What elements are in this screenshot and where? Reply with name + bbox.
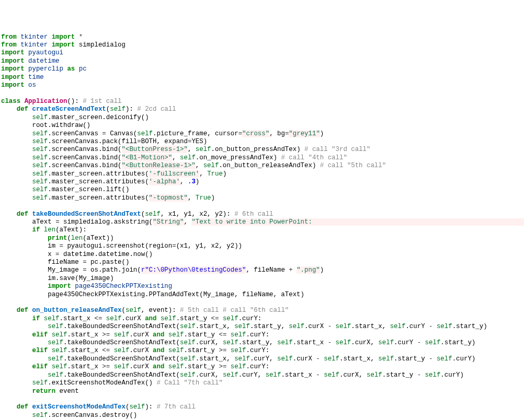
t: self [180, 323, 196, 330]
t: .curX, [196, 339, 223, 346]
t: "String" [153, 218, 184, 226]
t [432, 323, 436, 330]
t: .curX, [196, 371, 223, 379]
t: BOTH, expand [141, 138, 188, 145]
t: page4350CheckPPTXexisting [75, 283, 172, 290]
t: , bg [269, 130, 285, 137]
t: YES) [191, 138, 207, 145]
t: self [114, 347, 130, 354]
t: .start_y [394, 355, 429, 363]
t: if [32, 315, 40, 322]
t: import [48, 283, 71, 290]
t: My_image [48, 266, 83, 274]
t: import [52, 33, 75, 41]
t: , [184, 218, 192, 226]
t [226, 331, 230, 339]
t: len [44, 226, 55, 234]
t: .3 [188, 178, 196, 185]
t: .start_x, [196, 323, 234, 330]
t: , x1, y1, x2, y2): [161, 211, 231, 218]
t: os.path.join( [87, 266, 141, 274]
t: self [32, 178, 48, 185]
t: from [1, 41, 17, 49]
t: elif [32, 347, 48, 354]
t: "<ButtonPress-1>" [122, 146, 188, 153]
t: elif [32, 363, 48, 370]
t: <= [102, 347, 110, 354]
t: if [32, 226, 40, 234]
t: .curX [304, 323, 328, 330]
t: and [145, 315, 156, 322]
t: <= [211, 315, 219, 322]
t: pc.paste() [87, 259, 130, 266]
t: self [32, 194, 48, 202]
t: # 5th call # call "6th call" [180, 307, 289, 314]
t: = [137, 138, 141, 145]
t: self [52, 363, 67, 370]
t: .start_y) [440, 339, 475, 346]
t: simpledialog [79, 41, 126, 49]
t: import [52, 41, 75, 49]
t: .start_x, [339, 355, 378, 363]
t: = [102, 130, 106, 137]
t: .screenCanvas.bind( [48, 162, 121, 169]
t: .start_x [67, 363, 102, 370]
t: self [378, 339, 394, 346]
t: (aText): [55, 226, 87, 234]
t: "Text to write into PowerPoint: " [191, 218, 524, 226]
t: .curY [405, 323, 429, 330]
t: self [48, 323, 63, 330]
t: self [137, 130, 153, 137]
t [332, 323, 335, 330]
t: takeBoundedScreenShotAndText [32, 211, 141, 218]
t: - [328, 339, 332, 346]
t: self [106, 315, 122, 322]
t: ".png" [297, 266, 320, 274]
t: "<B1-Motion>" [122, 154, 173, 161]
t: .start_y [184, 363, 219, 370]
t [110, 363, 113, 370]
t: = [83, 266, 86, 274]
t: .curX [129, 363, 153, 370]
t: .curX [129, 331, 153, 339]
t: return [32, 388, 56, 395]
t: , [188, 194, 196, 202]
t: * [79, 33, 83, 41]
t: self [168, 331, 184, 339]
t: ( [122, 307, 126, 314]
t [48, 331, 51, 339]
t: def [17, 403, 28, 411]
t: pyperclip [28, 65, 63, 73]
t [102, 315, 106, 322]
t: = [55, 218, 59, 226]
t: .curX, [351, 339, 378, 346]
t: os [28, 81, 36, 89]
t: self [324, 371, 339, 379]
t: .master_screen.deiconify() [48, 114, 149, 121]
t: (): [67, 98, 78, 105]
t: >= [219, 363, 226, 370]
t: , [196, 162, 203, 169]
t: '-alpha' [149, 178, 180, 185]
t: >= [102, 331, 110, 339]
t: self [277, 339, 293, 346]
t: page4350CheckPPTXexisting.PPTandAddText(… [48, 291, 304, 298]
t: .start_x [67, 331, 102, 339]
t: "-topmost" [149, 194, 188, 202]
t: self [180, 355, 196, 363]
t: r"C:\0Python\0testingCodes" [141, 266, 246, 274]
t: self [32, 412, 48, 419]
t: .on_button_releaseAndTex) [219, 162, 320, 169]
t [48, 347, 51, 354]
t: .master_screen.attributes( [48, 178, 149, 185]
t: self [336, 323, 351, 330]
t: self [180, 339, 196, 346]
t: datetime.datetime.now() [60, 251, 153, 258]
t: ) [320, 266, 324, 274]
t: .curY: [246, 363, 270, 370]
t: self [32, 130, 48, 137]
t [48, 363, 51, 370]
t: .curY, [250, 355, 277, 363]
t: .start_x, [351, 323, 390, 330]
t: self [168, 347, 184, 354]
